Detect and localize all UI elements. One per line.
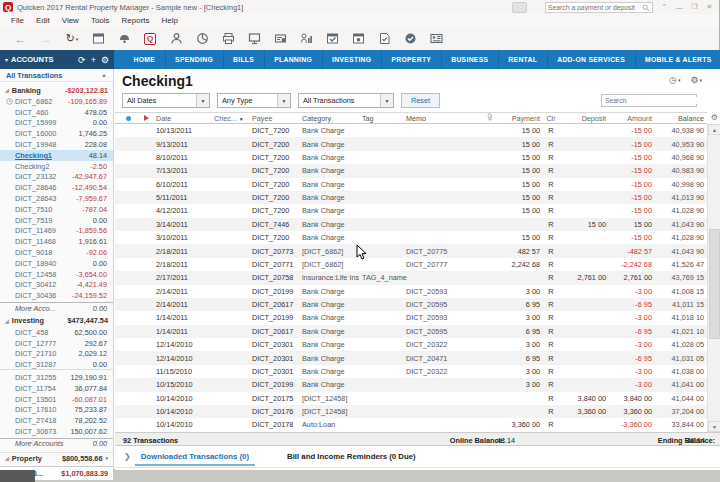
sidebar-item-dict-15999[interactable]: DICT_15999 0.00 bbox=[0, 118, 113, 129]
menu-reports[interactable]: Reports bbox=[116, 16, 156, 25]
row-balance-cell[interactable]: 41,028 90 bbox=[655, 206, 707, 215]
row-balance-cell[interactable]: 41,028 90 bbox=[655, 233, 707, 242]
row-clr-cell[interactable]: R bbox=[543, 313, 559, 322]
row-amount-cell[interactable]: -6 95 bbox=[609, 327, 655, 336]
portfolio-icon[interactable] bbox=[293, 30, 319, 47]
row-payee-cell[interactable]: DICT_7446 bbox=[249, 220, 299, 229]
nav-planning[interactable]: PLANNING bbox=[265, 50, 323, 69]
row-date-cell[interactable]: 10/13/2011 bbox=[153, 126, 211, 135]
date-column-header[interactable]: Date bbox=[153, 114, 211, 123]
sidebar-item-dict-18940[interactable]: DICT_18940 0.00 bbox=[0, 258, 113, 269]
row-category-cell[interactable]: Bank Charge bbox=[299, 180, 359, 189]
row-payee-cell[interactable]: DICT_20771 bbox=[249, 260, 299, 269]
row-payee-cell[interactable]: DICT_7200 bbox=[249, 233, 299, 242]
row-category-cell[interactable]: Bank Charge bbox=[299, 380, 359, 389]
row-payee-cell[interactable]: DICT_20176 bbox=[249, 407, 299, 416]
row-amount-cell[interactable]: -15 00 bbox=[609, 193, 655, 202]
row-balance-cell[interactable]: 41,526 47 bbox=[655, 260, 707, 269]
row-balance-cell[interactable]: 41,041 00 bbox=[655, 380, 707, 389]
attachment-column-header[interactable] bbox=[483, 113, 495, 124]
sidebar-item-dict-7519[interactable]: DICT_7519 0.00 bbox=[0, 215, 113, 226]
row-payee-cell[interactable]: DICT_20199 bbox=[249, 313, 299, 322]
add-account-icon[interactable]: + bbox=[91, 55, 96, 65]
row-payment-cell[interactable]: 15 00 bbox=[495, 126, 543, 135]
sidebar-item-dict-13501[interactable]: DICT_13501 -60,087.01 bbox=[0, 394, 113, 405]
sidebar-item-dict-17610[interactable]: DICT_17610 75,233.87 bbox=[0, 405, 113, 416]
row-amount-cell[interactable]: 2,761 00 bbox=[609, 273, 655, 282]
titlebar-search-input[interactable] bbox=[546, 4, 642, 11]
row-balance-cell[interactable]: 40,983 90 bbox=[655, 166, 707, 175]
sidebar-item-dict-11468[interactable]: DICT_11468 1,916.61 bbox=[0, 236, 113, 247]
titlebar-search[interactable] bbox=[545, 2, 653, 13]
row-clr-cell[interactable]: R bbox=[543, 166, 559, 175]
row-date-cell[interactable]: 11/15/2010 bbox=[153, 367, 211, 376]
row-payee-cell[interactable]: DICT_20617 bbox=[249, 327, 299, 336]
address-card-icon[interactable] bbox=[423, 30, 449, 47]
register-search-input[interactable] bbox=[602, 97, 697, 104]
sidebar-item-dict-28646[interactable]: DICT_28646 -12,490.54 bbox=[0, 182, 113, 193]
reconcile-icon[interactable] bbox=[397, 30, 423, 47]
row-date-cell[interactable]: 2/14/2011 bbox=[153, 287, 211, 296]
row-payment-cell[interactable]: 2,242 68 bbox=[495, 260, 543, 269]
row-deposit-cell[interactable]: 3,360 00 bbox=[559, 407, 609, 416]
row-category-cell[interactable]: [DICT_6862] bbox=[299, 247, 359, 256]
row-amount-cell[interactable]: -15 00 bbox=[609, 180, 655, 189]
row-payment-cell[interactable]: 3 00 bbox=[495, 367, 543, 376]
tab-downloaded-transactions[interactable]: Downloaded Transactions (0) bbox=[141, 446, 249, 467]
row-clr-cell[interactable]: R bbox=[543, 140, 559, 149]
row-payment-cell[interactable]: 6 95 bbox=[495, 354, 543, 363]
row-date-cell[interactable]: 4/12/2011 bbox=[153, 206, 211, 215]
balance-column-header[interactable]: Balance bbox=[655, 114, 707, 123]
table-row[interactable]: 12/14/2010 DICT_20301 Bank Charge DICT_2… bbox=[115, 338, 707, 351]
transactions-filter-select[interactable]: All Transactions ▼ bbox=[298, 93, 394, 108]
row-category-cell[interactable]: Auto:Loan bbox=[299, 420, 359, 429]
row-payment-cell[interactable]: 15 00 bbox=[495, 140, 543, 149]
row-memo-cell[interactable]: DICT_20777 bbox=[403, 260, 483, 269]
table-row[interactable]: 10/14/2010 DICT_20178 Auto:Loan 3,360 00… bbox=[115, 418, 707, 431]
row-date-cell[interactable]: 7/13/2011 bbox=[153, 166, 211, 175]
row-category-cell[interactable]: Bank Charge bbox=[299, 233, 359, 242]
sidebar-item-dict-30412[interactable]: DICT_30412 -4,421.49 bbox=[0, 280, 113, 291]
row-clr-cell[interactable]: R bbox=[543, 233, 559, 242]
row-category-cell[interactable]: Bank Charge bbox=[299, 166, 359, 175]
row-amount-cell[interactable]: -482 57 bbox=[609, 247, 655, 256]
row-clr-cell[interactable]: R bbox=[543, 193, 559, 202]
row-category-cell[interactable]: Bank Charge bbox=[299, 126, 359, 135]
row-category-cell[interactable]: [DICT_6862] bbox=[299, 260, 359, 269]
maximize-button[interactable]: ❐ bbox=[687, 1, 702, 13]
sidebar-item-checking1[interactable]: Checking1 48.14 bbox=[0, 150, 113, 161]
row-payee-cell[interactable]: DICT_20617 bbox=[249, 300, 299, 309]
row-payee-cell[interactable]: DICT_7200 bbox=[249, 180, 299, 189]
row-clr-cell[interactable]: R bbox=[543, 380, 559, 389]
row-date-cell[interactable]: 10/14/2010 bbox=[153, 420, 211, 429]
nav-bills[interactable]: BILLS bbox=[224, 50, 265, 69]
sidebar-section-banking[interactable]: ◢ Banking -$203,122.81 bbox=[0, 84, 113, 96]
table-row[interactable]: 10/15/2010 DICT_20199 Bank Charge 3 00 R… bbox=[115, 378, 707, 391]
row-date-cell[interactable]: 5/11/2011 bbox=[153, 193, 211, 202]
row-date-cell[interactable]: 2/18/2011 bbox=[153, 260, 211, 269]
sidebar-item-dict-23132[interactable]: DICT_23132 -42,947.67 bbox=[0, 172, 113, 183]
row-payee-cell[interactable]: DICT_20199 bbox=[249, 380, 299, 389]
row-payment-cell[interactable]: 3 00 bbox=[495, 380, 543, 389]
reset-filters-button[interactable]: Reset bbox=[401, 93, 440, 108]
sidebar-item-dict-458[interactable]: DICT_458 62,500.00 bbox=[0, 327, 113, 338]
row-payment-cell[interactable]: 15 00 bbox=[495, 153, 543, 162]
row-category-cell[interactable]: [DICT_12458] bbox=[299, 394, 359, 403]
accounts-settings-gear-icon[interactable]: ⚙ bbox=[101, 55, 109, 65]
row-date-cell[interactable]: 10/15/2010 bbox=[153, 380, 211, 389]
close-button[interactable]: ✕ bbox=[702, 1, 717, 13]
row-clr-cell[interactable]: R bbox=[543, 407, 559, 416]
date-range-select[interactable]: All Dates ▼ bbox=[122, 93, 210, 108]
expand-panel-chevron-icon[interactable]: ❯ bbox=[124, 452, 131, 461]
row-date-cell[interactable]: 3/10/2011 bbox=[153, 233, 211, 242]
tab-bill-income-reminders[interactable]: Bill and Income Reminders (0 Due) bbox=[287, 446, 416, 467]
row-category-cell[interactable]: Bank Charge bbox=[299, 327, 359, 336]
minimize-button[interactable]: — bbox=[672, 1, 687, 13]
row-amount-cell[interactable]: 3,360 00 bbox=[609, 407, 655, 416]
row-payment-cell[interactable]: 3 00 bbox=[495, 340, 543, 349]
check-column-header[interactable]: Chec...▼ bbox=[211, 114, 249, 123]
sidebar-item-dict-11754[interactable]: DICT_11754 36,077.84 bbox=[0, 383, 113, 394]
row-amount-cell[interactable]: -3,360 00 bbox=[609, 420, 655, 429]
forward-icon[interactable]: → bbox=[33, 30, 59, 47]
row-memo-cell[interactable]: DICT_20595 bbox=[403, 327, 483, 336]
